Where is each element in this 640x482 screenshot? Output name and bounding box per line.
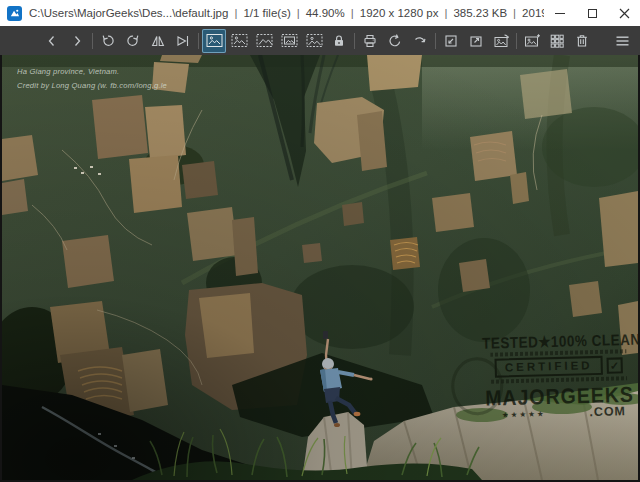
stamp-brand: MAJORGEEKS bbox=[483, 382, 636, 411]
image-convert-icon bbox=[524, 33, 541, 49]
delete-button[interactable] bbox=[570, 29, 594, 53]
minimize-icon bbox=[555, 13, 565, 14]
rotate-right-icon bbox=[125, 33, 141, 49]
credit-author: Credit by Long Quang (w. fb.com/long.g.l… bbox=[17, 79, 167, 93]
scale-to-width-icon bbox=[231, 33, 248, 48]
stamp-certified-row: CERTIFIED ✓ bbox=[483, 355, 635, 378]
scale-to-fill-button[interactable] bbox=[302, 29, 326, 53]
slideshow-icon bbox=[493, 33, 510, 49]
toolbar-separator bbox=[435, 33, 436, 49]
scale-to-fit-icon bbox=[281, 33, 298, 48]
refresh-icon bbox=[387, 33, 403, 49]
close-button[interactable] bbox=[608, 0, 640, 26]
chevron-right-icon bbox=[69, 33, 85, 49]
maximize-icon bbox=[588, 9, 597, 18]
refresh-button[interactable] bbox=[383, 29, 407, 53]
main-toolbar bbox=[0, 26, 640, 55]
title-file-count: 1/1 file(s) bbox=[243, 7, 290, 19]
title-timestamp: 2019/12/29 11:35:02 bbox=[522, 7, 544, 19]
toolbar-separator bbox=[92, 33, 93, 49]
window-title: C:\Users\MajorGeeks\Des...\default.jpg |… bbox=[29, 7, 544, 19]
hamburger-menu-icon bbox=[614, 33, 631, 49]
imageglass-app-icon bbox=[7, 6, 22, 21]
main-menu-button[interactable] bbox=[610, 29, 634, 53]
fullscreen-icon bbox=[468, 33, 484, 49]
scale-to-height-button[interactable] bbox=[252, 29, 276, 53]
rotate-right-button[interactable] bbox=[121, 29, 145, 53]
flip-horizontal-button[interactable] bbox=[146, 29, 170, 53]
chevron-left-icon bbox=[44, 33, 60, 49]
title-separator: | bbox=[296, 7, 301, 19]
thumbnail-grid-button[interactable] bbox=[545, 29, 569, 53]
close-icon bbox=[619, 8, 630, 19]
auto-zoom-icon bbox=[206, 33, 223, 48]
scale-to-fill-icon bbox=[306, 33, 323, 48]
slideshow-button[interactable] bbox=[489, 29, 513, 53]
scale-to-height-icon bbox=[256, 33, 273, 48]
print-icon bbox=[362, 33, 378, 49]
credit-location: Ha Giang province, Vietnam. bbox=[17, 65, 167, 79]
print-button[interactable] bbox=[358, 29, 382, 53]
previous-image-button[interactable] bbox=[40, 29, 64, 53]
flip-horizontal-icon bbox=[150, 33, 166, 49]
lock-icon bbox=[331, 33, 347, 49]
convert-image-button[interactable] bbox=[520, 29, 544, 53]
title-file-path: C:\Users\MajorGeeks\Des...\default.jpg bbox=[29, 7, 228, 19]
window-fit-button[interactable] bbox=[439, 29, 463, 53]
title-dimensions: 1920 x 1280 px bbox=[360, 7, 439, 19]
curved-arrow-icon bbox=[412, 33, 428, 49]
toolbar-separator bbox=[516, 33, 517, 49]
photo-credit: Ha Giang province, Vietnam. Credit by Lo… bbox=[17, 65, 167, 92]
toolbar-separator bbox=[354, 33, 355, 49]
photo-area: Ha Giang province, Vietnam. Credit by Lo… bbox=[0, 55, 640, 482]
grid-icon bbox=[549, 33, 565, 49]
majorgeeks-watermark: TESTED★100% CLEAN CERTIFIED ✓ MAJORGEEKS… bbox=[482, 331, 636, 422]
title-separator: | bbox=[512, 7, 517, 19]
titlebar: C:\Users\MajorGeeks\Des...\default.jpg |… bbox=[0, 0, 640, 26]
title-separator: | bbox=[233, 7, 238, 19]
scale-to-fit-button[interactable] bbox=[277, 29, 301, 53]
next-image-button[interactable] bbox=[65, 29, 89, 53]
title-separator: | bbox=[350, 7, 355, 19]
imageglass-window: C:\Users\MajorGeeks\Des...\default.jpg |… bbox=[0, 0, 640, 482]
fullscreen-button[interactable] bbox=[464, 29, 488, 53]
window-controls bbox=[544, 0, 640, 26]
maximize-button[interactable] bbox=[576, 0, 608, 26]
title-separator: | bbox=[443, 7, 448, 19]
lock-zoom-button[interactable] bbox=[327, 29, 351, 53]
stamp-certified-label: CERTIFIED bbox=[495, 356, 603, 378]
title-file-size: 385.23 KB bbox=[453, 7, 507, 19]
auto-zoom-button[interactable] bbox=[202, 29, 226, 53]
trash-icon bbox=[574, 33, 590, 49]
goto-page-button[interactable] bbox=[408, 29, 432, 53]
minimize-button[interactable] bbox=[544, 0, 576, 26]
window-fit-icon bbox=[443, 33, 459, 49]
rotate-left-button[interactable] bbox=[96, 29, 120, 53]
image-canvas[interactable]: Ha Giang province, Vietnam. Credit by Lo… bbox=[2, 55, 638, 480]
flip-vertical-button[interactable] bbox=[171, 29, 195, 53]
rotate-left-icon bbox=[100, 33, 116, 49]
stamp-check-icon: ✓ bbox=[606, 357, 622, 373]
toolbar-separator bbox=[198, 33, 199, 49]
title-zoom-level: 44.90% bbox=[306, 7, 345, 19]
flip-vertical-icon bbox=[175, 33, 191, 49]
scale-to-width-button[interactable] bbox=[227, 29, 251, 53]
